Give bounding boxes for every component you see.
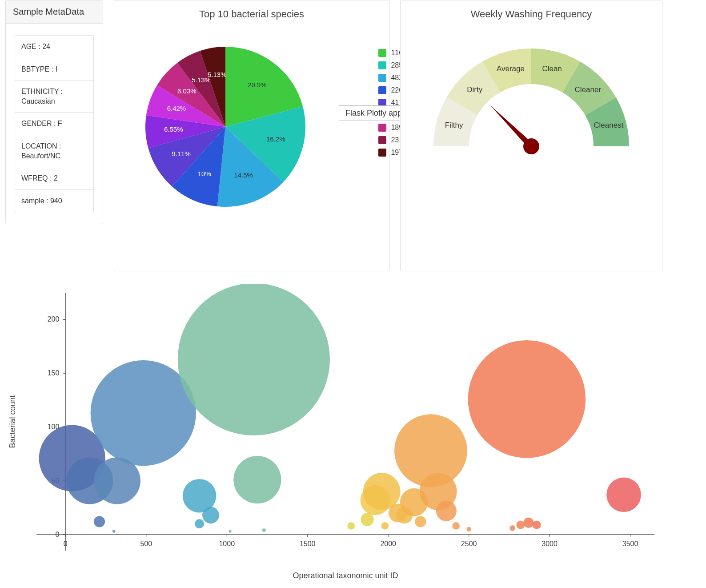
x-tick-label: 0	[64, 540, 68, 548]
bubble-point[interactable]	[202, 507, 219, 524]
bubble-point[interactable]	[195, 519, 204, 528]
bubble-point[interactable]	[415, 516, 426, 527]
bubble-chart[interactable]: 0500100015002000250030003500050100150200…	[5, 284, 668, 586]
bubble-point[interactable]	[516, 521, 525, 529]
gauge-chart-title: Weekly Washing Frequency	[401, 0, 662, 20]
bubble-points[interactable]	[39, 284, 641, 533]
bubble-point[interactable]	[233, 456, 281, 503]
pie-slice-label: 5.13%	[208, 71, 227, 78]
pie-slice-label: 9.11%	[172, 150, 191, 157]
metadata-table: AGE : 24BBTYPE : IETHNICITY : CaucasianG…	[15, 35, 94, 212]
legend-swatch	[378, 149, 386, 157]
y-tick-label: 0	[55, 531, 59, 538]
bubble-point[interactable]	[381, 522, 389, 530]
bubble-point[interactable]	[466, 527, 471, 532]
bubble-point[interactable]	[262, 528, 266, 532]
legend-swatch	[378, 49, 386, 57]
bubble-point[interactable]	[436, 500, 457, 521]
gauge-segment-label: Filthy	[445, 121, 463, 129]
pie-slice-label: 10%	[198, 170, 211, 177]
x-axis-title: Operational taxonomic unit ID	[293, 571, 398, 580]
y-tick-label: 200	[48, 315, 60, 323]
gauge-chart[interactable]: FilthyDirtyAverageCleanCleanerCleanest	[407, 31, 656, 191]
gauge-segment-label: Cleaner	[575, 85, 602, 94]
pie-slice-label: 14.5%	[234, 171, 253, 179]
bubble-point[interactable]	[94, 516, 105, 527]
legend-swatch	[378, 74, 386, 82]
bubble-point[interactable]	[606, 477, 641, 512]
pie-slice-label: 16.2%	[266, 135, 285, 143]
x-tick-label: 3000	[542, 540, 558, 548]
gauge-chart-panel: Weekly Washing Frequency FilthyDirtyAver…	[400, 0, 662, 271]
y-axis-title: Bacterial count	[8, 395, 17, 448]
bubble-point[interactable]	[452, 522, 460, 530]
pie-slice-label: 6.03%	[177, 87, 197, 95]
metadata-cell: BBTYPE : I	[15, 58, 93, 81]
metadata-cell: ETHNICITY : Caucasian	[15, 81, 93, 113]
bubble-point[interactable]	[178, 284, 330, 435]
bubble-point[interactable]	[509, 525, 515, 531]
legend-swatch	[378, 86, 386, 94]
metadata-cell: LOCATION : Beaufort/NC	[15, 135, 93, 167]
bubble-point[interactable]	[361, 513, 373, 526]
x-tick-label: 1000	[219, 540, 235, 548]
x-tick-label: 500	[140, 540, 152, 548]
bubble-point[interactable]	[112, 530, 115, 532]
bubble-point[interactable]	[229, 530, 231, 532]
legend-swatch	[378, 136, 386, 144]
pie-chart[interactable]: 20.9%16.2%14.5%10%9.11%6.55%6.42%6.03%5.…	[136, 38, 314, 216]
gauge-hub	[523, 138, 539, 154]
sample-metadata-panel: Sample MetaData AGE : 24BBTYPE : IETHNIC…	[5, 0, 103, 224]
pie-chart-panel: Top 10 bacterial species 20.9%16.2%14.5%…	[114, 0, 389, 271]
bubble-point[interactable]	[533, 521, 541, 529]
pie-slice-label: 20.9%	[248, 81, 267, 89]
pie-slice-label: 6.42%	[167, 105, 186, 112]
x-tick-label: 1500	[300, 540, 316, 548]
legend-swatch	[378, 61, 386, 69]
metadata-cell: AGE : 24	[15, 36, 93, 58]
bubble-chart-panel: 0500100015002000250030003500050100150200…	[5, 284, 668, 586]
pie-chart-title: Top 10 bacterial species	[114, 0, 389, 20]
legend-swatch	[378, 124, 386, 132]
bubble-point[interactable]	[468, 340, 586, 458]
gauge-segment-label: Average	[497, 64, 525, 73]
x-tick-label: 3500	[622, 540, 638, 548]
bubble-point[interactable]	[347, 522, 355, 530]
y-tick-label: 150	[48, 369, 60, 377]
pie-slice-label: 6.55%	[164, 125, 183, 133]
x-tick-label: 2000	[380, 540, 396, 548]
metadata-cell: WFREQ : 2	[15, 167, 93, 190]
metadata-cell: GENDER : F	[15, 113, 93, 135]
gauge-segment-label: Clean	[542, 64, 562, 73]
x-tick-label: 2500	[461, 540, 477, 548]
gauge-segment-label: Cleanest	[594, 121, 623, 129]
plot-tooltip: Flask Plotly app	[339, 105, 409, 121]
sample-metadata-title: Sample MetaData	[6, 0, 103, 24]
gauge-segment-label: Dirty	[467, 85, 482, 94]
bubble-point[interactable]	[523, 518, 534, 528]
metadata-cell: sample : 940	[15, 190, 93, 212]
